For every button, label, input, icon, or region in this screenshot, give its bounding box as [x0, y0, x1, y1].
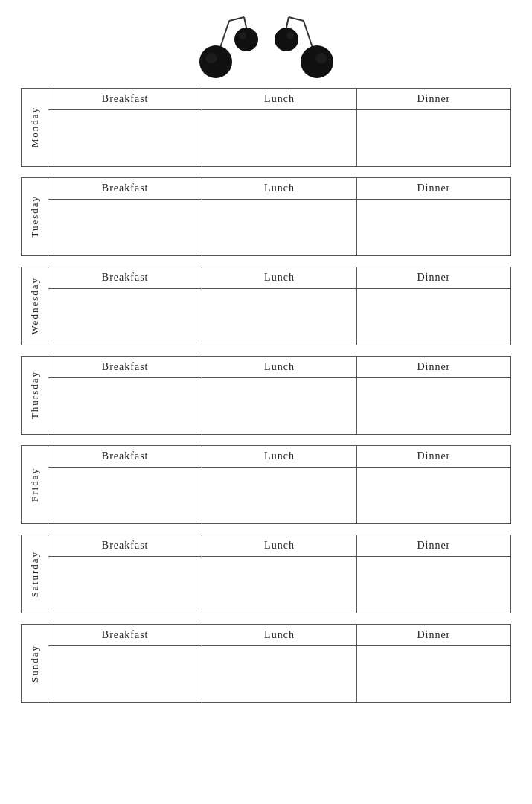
meal-cell-dinner-wednesday[interactable] — [357, 289, 510, 345]
meal-cell-breakfast-friday[interactable] — [48, 468, 202, 523]
meal-cell-lunch-monday[interactable] — [202, 110, 356, 166]
content-row-friday — [48, 468, 510, 523]
day-text-wednesday: Wednesday — [29, 277, 41, 335]
svg-point-11 — [275, 28, 298, 51]
svg-point-12 — [315, 53, 327, 63]
content-row-thursday — [48, 378, 510, 434]
header-cell-dinner-thursday: Dinner — [357, 357, 510, 377]
meal-cell-breakfast-thursday[interactable] — [48, 378, 202, 434]
meal-cell-lunch-wednesday[interactable] — [202, 289, 356, 345]
meal-cell-dinner-sunday[interactable] — [357, 646, 510, 702]
header-cell-breakfast-friday: Breakfast — [48, 446, 202, 467]
day-label-wednesday: Wednesday — [22, 267, 48, 345]
day-block-sunday: SundayBreakfastLunchDinner — [21, 624, 511, 703]
header-cell-dinner-saturday: Dinner — [357, 535, 510, 556]
header-row-monday: BreakfastLunchDinner — [48, 89, 510, 110]
header-cell-breakfast-sunday: Breakfast — [48, 625, 202, 645]
day-text-friday: Friday — [29, 468, 41, 502]
page-header — [0, 0, 532, 88]
header-row-sunday: BreakfastLunchDinner — [48, 625, 510, 646]
day-block-tuesday: TuesdayBreakfastLunchDinner — [21, 177, 511, 256]
svg-line-1 — [229, 17, 244, 21]
content-row-sunday — [48, 646, 510, 702]
header-cell-lunch-wednesday: Lunch — [202, 267, 356, 288]
svg-point-6 — [239, 32, 246, 39]
day-block-friday: FridayBreakfastLunchDinner — [21, 445, 511, 524]
header-cell-breakfast-tuesday: Breakfast — [48, 178, 202, 199]
day-label-tuesday: Tuesday — [22, 178, 48, 255]
meal-cell-lunch-tuesday[interactable] — [202, 200, 356, 255]
cherry-left-icon — [199, 13, 259, 80]
planner-container: MondayBreakfastLunchDinnerTuesdayBreakfa… — [0, 88, 532, 718]
svg-line-8 — [289, 17, 304, 21]
meal-cell-breakfast-monday[interactable] — [48, 110, 202, 166]
svg-point-10 — [301, 45, 333, 78]
header-cell-lunch-thursday: Lunch — [202, 357, 356, 377]
content-row-monday — [48, 110, 510, 166]
meal-cell-lunch-thursday[interactable] — [202, 378, 356, 434]
day-block-monday: MondayBreakfastLunchDinner — [21, 88, 511, 167]
day-text-saturday: Saturday — [29, 551, 41, 597]
day-block-wednesday: WednesdayBreakfastLunchDinner — [21, 267, 511, 345]
day-block-thursday: ThursdayBreakfastLunchDinner — [21, 356, 511, 435]
meal-cell-breakfast-wednesday[interactable] — [48, 289, 202, 345]
header-row-tuesday: BreakfastLunchDinner — [48, 178, 510, 200]
day-label-sunday: Sunday — [22, 625, 48, 702]
header-row-friday: BreakfastLunchDinner — [48, 446, 510, 468]
meal-cell-breakfast-saturday[interactable] — [48, 557, 202, 613]
header-cell-breakfast-wednesday: Breakfast — [48, 267, 202, 288]
day-text-monday: Monday — [29, 106, 41, 147]
header-cell-dinner-friday: Dinner — [357, 446, 510, 467]
header-cell-lunch-sunday: Lunch — [202, 625, 356, 645]
header-cell-breakfast-thursday: Breakfast — [48, 357, 202, 377]
day-label-saturday: Saturday — [22, 535, 48, 613]
day-text-sunday: Sunday — [29, 645, 41, 683]
day-label-friday: Friday — [22, 446, 48, 523]
meal-cell-lunch-saturday[interactable] — [202, 557, 356, 613]
content-row-tuesday — [48, 200, 510, 255]
header-cell-lunch-tuesday: Lunch — [202, 178, 356, 199]
meal-cell-breakfast-sunday[interactable] — [48, 646, 202, 702]
meal-cell-lunch-sunday[interactable] — [202, 646, 356, 702]
header-cell-dinner-monday: Dinner — [357, 89, 510, 109]
meal-cell-dinner-tuesday[interactable] — [357, 200, 510, 255]
day-label-thursday: Thursday — [22, 357, 48, 434]
meal-cell-dinner-thursday[interactable] — [357, 378, 510, 434]
header-row-wednesday: BreakfastLunchDinner — [48, 267, 510, 289]
header-cell-dinner-tuesday: Dinner — [357, 178, 510, 199]
header-cell-lunch-friday: Lunch — [202, 446, 356, 467]
content-row-wednesday — [48, 289, 510, 345]
meal-cell-dinner-friday[interactable] — [357, 468, 510, 523]
day-text-tuesday: Tuesday — [29, 195, 41, 238]
cherry-right-icon — [274, 13, 333, 80]
header-row-thursday: BreakfastLunchDinner — [48, 357, 510, 378]
svg-point-13 — [286, 32, 294, 39]
header-cell-dinner-wednesday: Dinner — [357, 267, 510, 288]
svg-point-3 — [199, 45, 232, 78]
content-row-saturday — [48, 557, 510, 613]
day-text-thursday: Thursday — [29, 371, 41, 419]
meal-cell-lunch-friday[interactable] — [202, 468, 356, 523]
header-cell-lunch-saturday: Lunch — [202, 535, 356, 556]
day-block-saturday: SaturdayBreakfastLunchDinner — [21, 535, 511, 613]
meal-cell-dinner-monday[interactable] — [357, 110, 510, 166]
day-label-monday: Monday — [22, 89, 48, 166]
header-cell-lunch-monday: Lunch — [202, 89, 356, 109]
header-row-saturday: BreakfastLunchDinner — [48, 535, 510, 557]
header-cell-breakfast-saturday: Breakfast — [48, 535, 202, 556]
meal-cell-dinner-saturday[interactable] — [357, 557, 510, 613]
svg-point-4 — [234, 28, 258, 51]
meal-cell-breakfast-tuesday[interactable] — [48, 200, 202, 255]
svg-point-5 — [205, 53, 217, 63]
header-cell-dinner-sunday: Dinner — [357, 625, 510, 645]
header-cell-breakfast-monday: Breakfast — [48, 89, 202, 109]
